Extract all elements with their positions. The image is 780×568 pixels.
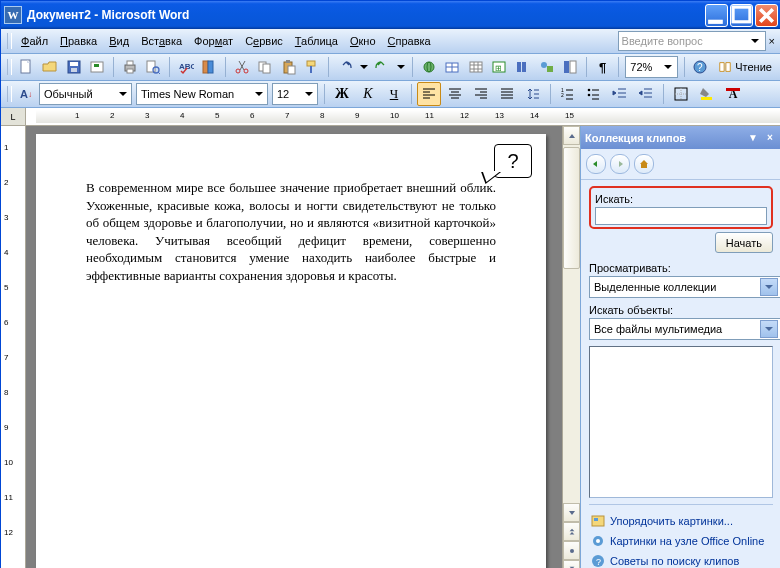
search-tips-link[interactable]: ?Советы по поиску клипов [589,551,773,568]
search-highlight: Искать: [589,186,773,229]
zoom-combo[interactable]: 72% [625,56,677,78]
reading-layout-button[interactable]: Чтение [713,55,777,79]
minimize-button[interactable] [705,4,728,27]
highlight-button[interactable] [695,82,719,106]
toolbar-grip[interactable] [7,59,12,75]
chevron-down-icon[interactable] [116,86,129,102]
menu-help[interactable]: Справка [382,32,437,50]
format-painter-button[interactable] [302,55,324,79]
menu-file[interactable]: Файл [15,32,54,50]
line-spacing-button[interactable] [521,82,545,106]
bold-button[interactable]: Ж [330,82,354,106]
redo-button[interactable] [372,55,394,79]
browse-object-button[interactable] [563,541,580,560]
objects-select[interactable]: Все файлы мультимедиа [589,318,780,340]
svg-point-45 [570,549,574,553]
menu-tools[interactable]: Сервис [239,32,289,50]
insert-table-button[interactable] [465,55,487,79]
spellcheck-button[interactable]: ABC [175,55,197,79]
help-button[interactable]: ? [690,55,712,79]
vertical-scrollbar[interactable] [562,126,580,568]
toolbar-grip[interactable] [7,33,12,49]
search-input[interactable] [595,207,767,225]
svg-rect-33 [547,66,553,72]
font-color-button[interactable]: A [721,82,745,106]
browse-select[interactable]: Выделенные коллекции [589,276,780,298]
research-button[interactable] [198,55,220,79]
chevron-down-icon[interactable] [662,59,675,75]
menu-insert[interactable]: Вставка [135,32,188,50]
office-online-link[interactable]: Картинки на узле Office Online [589,531,773,551]
italic-button[interactable]: К [356,82,380,106]
increase-indent-button[interactable] [634,82,658,106]
ask-question-box[interactable]: Введите вопрос [618,31,766,51]
excel-button[interactable]: ⊞ [489,55,511,79]
maximize-button[interactable] [730,4,753,27]
open-button[interactable] [39,55,61,79]
print-button[interactable] [119,55,141,79]
nav-back-button[interactable] [586,154,606,174]
numbering-button[interactable]: 12 [556,82,580,106]
menu-view[interactable]: Вид [103,32,135,50]
scroll-thumb[interactable] [563,147,580,269]
paste-button[interactable] [278,55,300,79]
start-search-button[interactable]: Начать [715,232,773,253]
task-pane-links: Упорядочить картинки... Картинки на узле… [589,504,773,568]
font-combo[interactable]: Times New Roman [136,83,268,105]
chevron-down-icon[interactable] [760,320,778,338]
docmap-button[interactable] [559,55,581,79]
new-document-button[interactable] [16,55,38,79]
align-justify-button[interactable] [495,82,519,106]
cut-button[interactable] [231,55,253,79]
ruler-corner[interactable]: L [1,108,26,125]
save-button[interactable] [63,55,85,79]
document-view[interactable]: В современном мире все большее значение … [26,126,562,568]
chevron-down-icon[interactable] [760,278,778,296]
undo-menu[interactable] [358,55,370,79]
chevron-down-icon[interactable] [252,86,265,102]
undo-button[interactable] [334,55,356,79]
chevron-down-icon[interactable] [749,33,762,49]
underline-button[interactable]: Ч [382,82,406,106]
task-pane-menu[interactable]: ▼ [746,131,760,145]
drawing-button[interactable] [536,55,558,79]
align-center-button[interactable] [443,82,467,106]
print-preview-button[interactable] [142,55,164,79]
next-page-button[interactable] [563,560,580,568]
decrease-indent-button[interactable] [608,82,632,106]
horizontal-ruler[interactable]: /* ticks drawn via small spans below */ … [26,108,780,125]
bullets-button[interactable] [582,82,606,106]
align-right-button[interactable] [469,82,493,106]
borders-button[interactable] [669,82,693,106]
hyperlink-button[interactable] [418,55,440,79]
close-button[interactable] [755,4,778,27]
menu-format[interactable]: Формат [188,32,239,50]
vertical-ruler[interactable]: 123456789101112 [1,126,26,568]
document-text[interactable]: В современном мире все большее значение … [86,179,496,284]
tables-borders-button[interactable] [442,55,464,79]
permissions-button[interactable] [86,55,108,79]
size-combo[interactable]: 12 [272,83,318,105]
nav-forward-button[interactable] [610,154,630,174]
style-combo[interactable]: Обычный [39,83,132,105]
organize-clips-link[interactable]: Упорядочить картинки... [589,511,773,531]
copy-button[interactable] [254,55,276,79]
chevron-down-icon[interactable] [302,86,315,102]
scroll-track[interactable] [563,145,580,503]
task-pane-close[interactable]: × [763,131,777,145]
scroll-down-button[interactable] [563,503,580,522]
menu-close-x[interactable]: × [766,35,778,47]
prev-page-button[interactable] [563,522,580,541]
size-value: 12 [277,88,289,100]
align-left-button[interactable] [417,82,441,106]
scroll-up-button[interactable] [563,126,580,145]
menu-edit[interactable]: Правка [54,32,103,50]
show-marks-button[interactable]: ¶ [592,55,614,79]
menu-window[interactable]: Окно [344,32,382,50]
columns-button[interactable] [512,55,534,79]
styles-button[interactable]: A↓ [16,82,36,106]
toolbar-grip[interactable] [7,86,12,102]
redo-menu[interactable] [395,55,407,79]
menu-table[interactable]: Таблица [289,32,344,50]
nav-home-button[interactable] [634,154,654,174]
